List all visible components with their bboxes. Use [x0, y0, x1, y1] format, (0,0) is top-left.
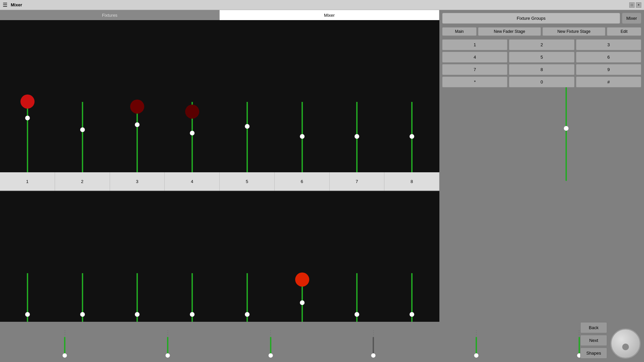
- restore-button[interactable]: □: [629, 2, 635, 8]
- numpad-btn-1[interactable]: 1: [442, 39, 507, 50]
- top-labels: 1 2 3 4 5 6 7 8: [0, 172, 439, 191]
- channel-label-5: 5: [220, 172, 275, 191]
- channel-label-7: 7: [330, 172, 385, 191]
- back-button[interactable]: Back: [580, 322, 607, 333]
- fader-8[interactable]: [384, 23, 439, 172]
- numpad-btn-6[interactable]: 6: [576, 52, 641, 63]
- numpad-btn-#[interactable]: #: [576, 76, 641, 87]
- channel-strip-16: [384, 195, 439, 344]
- top-bar: ☰ Mixer □ ×: [0, 0, 644, 10]
- channel-strip-12: [165, 195, 220, 344]
- numpad-btn-3[interactable]: 3: [576, 39, 641, 50]
- new-fixture-stage-button[interactable]: New Fixture Stage: [542, 27, 605, 36]
- bottom-bar: Back Next Shapes: [0, 322, 644, 362]
- edit-button[interactable]: Edit: [607, 27, 641, 36]
- tab-mixer[interactable]: Mixer: [220, 10, 439, 20]
- fader-1[interactable]: [0, 23, 55, 172]
- fader-knob-9[interactable]: [25, 312, 30, 317]
- fixture-groups-button[interactable]: Fixture Groups: [442, 13, 620, 24]
- numpad-btn-5[interactable]: 5: [509, 52, 574, 63]
- top-faders-area: [0, 20, 439, 172]
- main-content: Fixtures Mixer: [0, 10, 439, 362]
- close-button[interactable]: ×: [636, 2, 641, 8]
- fader-5[interactable]: [220, 23, 275, 172]
- numpad-btn-2[interactable]: 2: [509, 39, 574, 50]
- numpad-btn-0[interactable]: 0: [509, 76, 574, 87]
- fader-knob-1[interactable]: [25, 116, 30, 120]
- circle-4: [185, 105, 199, 119]
- shapes-button[interactable]: Shapes: [580, 348, 607, 359]
- mixer-button[interactable]: Mixer: [622, 13, 641, 24]
- fader-13[interactable]: [220, 195, 275, 344]
- window-controls: □ ×: [629, 2, 641, 8]
- channel-strip-2: [55, 23, 110, 172]
- fader-knob-3[interactable]: [135, 122, 140, 127]
- main-button[interactable]: Main: [442, 27, 477, 36]
- fader-knob-10[interactable]: [80, 312, 85, 317]
- channel-strip-7: [330, 23, 385, 172]
- fader-12[interactable]: [165, 195, 220, 344]
- fader-15[interactable]: [330, 195, 385, 344]
- channel-strip-6: [275, 23, 330, 172]
- right-panel: Fixture Groups Mixer Main New Fader Stag…: [439, 10, 644, 322]
- fader-track-1: [27, 102, 28, 172]
- numpad-btn-4[interactable]: 4: [442, 52, 507, 63]
- fader-4[interactable]: [165, 23, 220, 172]
- circle-1: [20, 95, 35, 109]
- fader-knob-7[interactable]: [355, 134, 359, 139]
- channel-strip-3: [110, 23, 165, 172]
- fader-knob-6[interactable]: [300, 134, 305, 139]
- channel-strip-5: [220, 23, 275, 172]
- fader-knob-5[interactable]: [245, 124, 250, 129]
- tab-fixtures[interactable]: Fixtures: [0, 10, 220, 20]
- fader-9[interactable]: [0, 195, 55, 344]
- fader-knob-2[interactable]: [80, 127, 85, 132]
- mixer-area: 1 2 3 4 5 6 7 8: [0, 20, 439, 362]
- fader-knob-12[interactable]: [190, 312, 195, 317]
- channel-label-4: 4: [165, 172, 220, 191]
- fader-10[interactable]: [55, 195, 110, 344]
- fader-14[interactable]: [275, 195, 330, 344]
- fader-knob-8[interactable]: [410, 134, 414, 139]
- bottom-fader-2[interactable]: [116, 330, 219, 360]
- fader-6[interactable]: [275, 23, 330, 172]
- fader-knob-14[interactable]: [300, 300, 305, 305]
- fader-16[interactable]: [384, 195, 439, 344]
- bottom-faders-area: [0, 191, 439, 344]
- fader-7[interactable]: [330, 23, 385, 172]
- bottom-fader-5[interactable]: [425, 330, 528, 360]
- next-button[interactable]: Next: [580, 335, 607, 346]
- bottom-fader-1[interactable]: [13, 330, 116, 360]
- bottom-fader-4[interactable]: [322, 330, 425, 360]
- fader-knob-11[interactable]: [135, 312, 140, 317]
- channel-label-2: 2: [55, 172, 110, 191]
- channel-strip-8: [384, 23, 439, 172]
- fader-11[interactable]: [110, 195, 165, 344]
- tab-bar: Fixtures Mixer: [0, 10, 439, 20]
- top-section: 1 2 3 4 5 6 7 8: [0, 20, 439, 191]
- new-fader-stage-button[interactable]: New Fader Stage: [478, 27, 541, 36]
- rotary-knob[interactable]: [610, 328, 641, 359]
- channel-strip-11: [110, 195, 165, 344]
- numpad: 123456789*0#: [442, 39, 641, 87]
- fader-track-2: [82, 102, 83, 172]
- channel-label-6: 6: [275, 172, 330, 191]
- channel-strip-14: [275, 195, 330, 344]
- numpad-btn-9[interactable]: 9: [576, 64, 641, 75]
- fader-track-5: [247, 102, 248, 172]
- fader-2[interactable]: [55, 23, 110, 172]
- fader-knob-4[interactable]: [190, 131, 195, 135]
- fader-knob-16[interactable]: [410, 312, 414, 317]
- fader-3[interactable]: [110, 23, 165, 172]
- circle-3: [130, 100, 144, 114]
- numpad-btn-8[interactable]: 8: [509, 64, 574, 75]
- bottom-fader-3[interactable]: [219, 330, 322, 360]
- channel-label-3: 3: [110, 172, 165, 191]
- fader-knob-13[interactable]: [245, 312, 250, 317]
- nav-buttons: Back Next Shapes: [580, 322, 607, 359]
- channel-strip-15: [330, 195, 385, 344]
- hamburger-icon[interactable]: ☰: [3, 2, 7, 8]
- numpad-btn-*[interactable]: *: [442, 76, 507, 87]
- fader-knob-15[interactable]: [355, 312, 359, 317]
- numpad-btn-7[interactable]: 7: [442, 64, 507, 75]
